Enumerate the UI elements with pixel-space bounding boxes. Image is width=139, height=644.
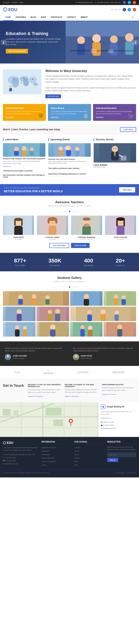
get-in-touch-col-3-body: Excellent literature. Brochures and othe… [102, 387, 136, 392]
watch-banner-text: Watch. Listen. Practice. Learn something… [3, 128, 60, 131]
footer-logo-text: EDU [7, 441, 13, 445]
nav-item-home[interactable]: HOME [3, 14, 13, 21]
header-gp-icon[interactable]: g+ [133, 8, 136, 12]
get-in-touch-col-1-link[interactable]: Request A Prospectus → [28, 396, 45, 397]
testimonial-2-person: SUNNY ROSE Project Manager [73, 354, 134, 360]
svg-rect-7 [110, 43, 118, 56]
footer-school-link-6[interactable]: FAQs [74, 463, 103, 466]
news-item-1: Students help refugees with community in… [3, 143, 45, 168]
features-link[interactable]: Features [3, 2, 10, 4]
hero-next-button[interactable]: ❯ [133, 40, 138, 45]
teachers-section: Awesome Teachers MEET OUR PROFESSIONAL I… [0, 196, 139, 253]
success-person-role: MA Global Politics [94, 166, 136, 168]
blog-link[interactable]: Blog [20, 2, 23, 4]
success-person-name: COLE JENSEN [94, 164, 136, 166]
svg-rect-33 [14, 151, 19, 156]
googleplus-icon[interactable]: g+ [133, 1, 136, 4]
stat-teachers-number: 877+ [14, 258, 26, 264]
footer-info-link-2[interactable]: Admissions [42, 450, 70, 452]
svg-rect-41 [59, 150, 63, 156]
nav-item-contact[interactable]: CONTACT [64, 14, 78, 21]
map-directions-link[interactable]: Directions to us [101, 417, 112, 419]
footer-info-link-3[interactable]: Financial Aid [42, 453, 70, 456]
newsletter-submit-button[interactable]: Sign up [107, 458, 118, 462]
news-item-2-title: Artificial Fish Out Project Launched [3, 170, 45, 172]
teacher-card-3: STEPHEN JENNINGS Science Professor [71, 216, 102, 240]
nav-item-blog[interactable]: BLOG [28, 14, 38, 21]
nav-search-item[interactable]: 🔍 [129, 14, 136, 21]
scholarship-card-title: Scholarship News [6, 107, 43, 109]
footer-school-link-3[interactable]: Library [74, 453, 103, 456]
svg-rect-80 [18, 299, 23, 305]
contact-link[interactable]: Contact [12, 2, 18, 4]
hero-cta-button[interactable]: GET STARTED NOW [6, 49, 28, 54]
svg-point-99 [55, 309, 60, 314]
svg-rect-12 [108, 50, 114, 53]
get-in-touch-col-3-link[interactable]: Calendar Of Events → [102, 394, 118, 395]
facebook-icon[interactable]: f [122, 1, 126, 4]
svg-rect-74 [116, 226, 124, 235]
svg-rect-87 [84, 299, 89, 306]
partner-logo-3: COOPER [77, 371, 89, 374]
event-item-2: Tour guide recruitment mass meeting [48, 167, 91, 171]
svg-rect-142 [13, 410, 19, 416]
map-logo-icon [101, 404, 106, 409]
footer-school-link-4[interactable]: Events [74, 456, 103, 459]
get-in-touch-col-2-link[interactable]: Apply For Admission → [65, 396, 81, 397]
map-info-panel: Google Building 40 1600 Amphitheatre Pkw… [98, 402, 139, 437]
get-in-touch-col-2: BECOME A STUDENT AT THE WGE UNIVERSITY T… [65, 384, 99, 397]
gallery-divider [3, 286, 136, 288]
svg-rect-100 [55, 314, 60, 321]
nav-item-features[interactable]: FEATURES [13, 14, 28, 21]
map-contact-info: 📞 (650) 447 1155 📠 (+1) 800 12345 ✉ info… [101, 421, 137, 430]
privacy-policy-link[interactable]: Privacy Policy [116, 472, 125, 474]
footer-information-list: Academic Documents Admissions Financial … [42, 446, 70, 466]
stat-teachers: 877+ TEACHERS [14, 258, 26, 266]
get-in-touch-col-2-title: BECOME A STUDENT AT THE WGE UNIVERSITY [65, 384, 99, 388]
footer-info-link-1[interactable]: Academic Documents [42, 446, 70, 449]
notice-card-icon: 📋 [82, 112, 89, 119]
svg-point-32 [14, 147, 19, 151]
nav-item-portfolio[interactable]: PORTFOLIO [48, 14, 64, 21]
start-now-button[interactable]: Start Now [119, 187, 135, 192]
footer-school-link-5[interactable]: News [74, 460, 103, 462]
nav-item-wrest[interactable]: WREST [78, 14, 90, 21]
footer-info-link-4[interactable]: Distance Education [42, 456, 70, 459]
newsletter-email-input[interactable] [107, 452, 136, 457]
teacher-3-role: Science Professor [71, 238, 102, 240]
events-image [48, 143, 91, 157]
footer-school-list: Courses Faculty Library Events News FAQs [74, 446, 103, 466]
testimonial-2-name: SUNNY ROSE [81, 354, 92, 357]
news-item-3: New drug limits and their analysis brain… [3, 174, 45, 178]
header-fb-icon[interactable]: f [122, 8, 126, 12]
twitter-icon[interactable]: t [128, 1, 131, 4]
join-now-button[interactable]: Join Us Now [71, 243, 90, 248]
footer-info-link-5[interactable]: Careers in Education [42, 460, 70, 462]
svg-point-71 [82, 218, 90, 220]
svg-point-104 [100, 309, 106, 314]
svg-point-2 [77, 36, 85, 44]
logo[interactable]: ⬡ EDU [3, 6, 17, 12]
header-tw-icon[interactable]: t [128, 8, 131, 12]
gallery-item-9 [70, 322, 103, 336]
gallery-item-4 [3, 307, 36, 321]
see-details-button[interactable]: SEE DETAILS [45, 94, 61, 98]
footer-info-link-6[interactable]: Online [42, 463, 70, 466]
footer-school-link-1[interactable]: Courses [74, 446, 103, 449]
hero-prev-button[interactable]: ❮ [1, 40, 6, 45]
svg-point-4 [92, 34, 101, 43]
svg-rect-76 [116, 219, 118, 226]
footer-school-link-2[interactable]: Faculty [74, 450, 103, 452]
map-fax: 📠 (+1) 800 12345 [101, 424, 137, 427]
teachers-divider [3, 211, 136, 212]
our-teacher-button[interactable]: Our Teacher [50, 243, 69, 248]
nav-item-shop[interactable]: SHOP [38, 14, 48, 21]
upcoming-events-title: Upcoming Events [48, 138, 91, 141]
learn-more-button[interactable]: Learn more [120, 127, 136, 132]
news-item-1-link[interactable]: Read More [3, 166, 10, 167]
terms-of-use-link[interactable]: Terms of Use [127, 472, 136, 474]
svg-point-70 [84, 224, 90, 227]
svg-rect-120 [88, 330, 92, 336]
stat-campus: 20+ CAMPUS [116, 258, 125, 266]
svg-point-17 [23, 78, 29, 86]
